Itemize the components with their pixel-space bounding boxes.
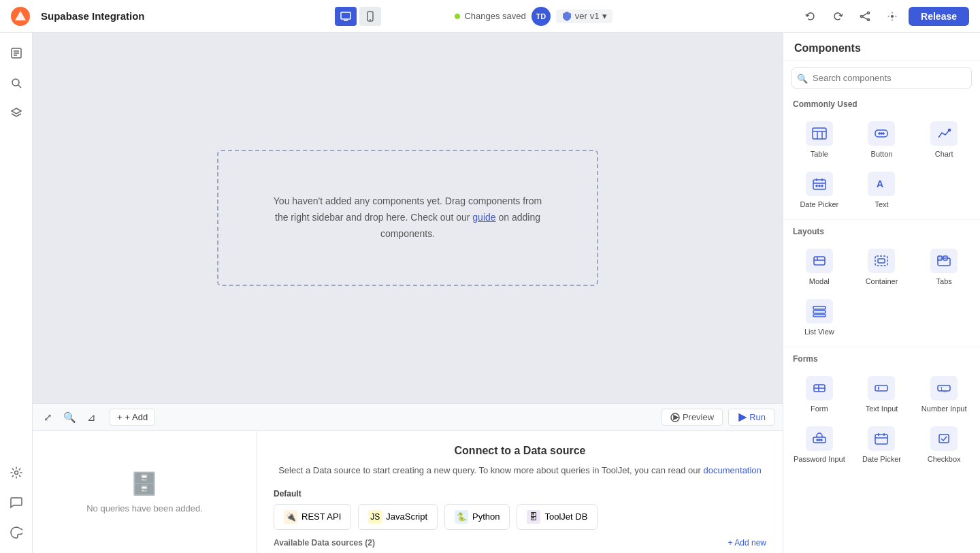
add-query-button[interactable]: + + Add xyxy=(110,409,155,426)
version-icon xyxy=(561,11,572,22)
search-icon[interactable]: 🔍 xyxy=(61,409,79,426)
sidebar-item-settings[interactable] xyxy=(4,460,29,485)
table-icon xyxy=(806,121,833,146)
component-button[interactable]: Button xyxy=(851,114,913,163)
svg-point-16 xyxy=(12,79,19,86)
section-commonly-used: Commonly Used xyxy=(783,95,980,112)
preview-button[interactable]: Preview xyxy=(662,409,723,426)
components-panel: Components 🔍 Commonly Used Table Button xyxy=(783,33,980,553)
component-textinput[interactable]: Text Input xyxy=(851,369,913,418)
text-icon: A xyxy=(868,172,895,196)
component-modal[interactable]: Modal xyxy=(789,242,850,291)
sidebar-item-chat[interactable] xyxy=(4,490,29,515)
component-table[interactable]: Table xyxy=(789,114,850,163)
main-layout: You haven't added any components yet. Dr… xyxy=(0,33,980,553)
source-python[interactable]: 🐍 Python xyxy=(444,504,510,530)
source-tooljet-db[interactable]: 🗄 ToolJet DB xyxy=(517,504,598,530)
app-settings-button[interactable] xyxy=(881,5,903,27)
component-datepicker-form[interactable]: Date Picker xyxy=(851,420,913,469)
layouts-grid: Modal Container Tabs List View xyxy=(783,239,980,344)
svg-rect-49 xyxy=(813,315,826,317)
mobile-view-btn[interactable] xyxy=(359,7,381,26)
avatar: TD xyxy=(532,7,551,26)
header: Supabase Integration Changes saved TD ve… xyxy=(0,0,980,33)
javascript-icon: JS xyxy=(368,510,382,524)
component-chart[interactable]: Chart xyxy=(913,114,975,163)
svg-point-8 xyxy=(861,15,863,17)
search-components-input[interactable] xyxy=(791,67,972,89)
desktop-view-btn[interactable] xyxy=(335,7,357,26)
svg-rect-62 xyxy=(875,434,887,444)
header-right: Release xyxy=(686,5,969,27)
component-numberinput[interactable]: 1_ Number Input xyxy=(913,369,975,418)
svg-point-60 xyxy=(819,439,820,441)
bottom-panel: ⤢ 🔍 ⊿ + + Add Preview Run xyxy=(33,403,783,553)
component-listview[interactable]: List View xyxy=(789,292,850,341)
svg-point-37 xyxy=(821,185,823,187)
canvas-area: You haven't added any components yet. Dr… xyxy=(33,33,783,553)
sidebar-item-data[interactable] xyxy=(4,101,29,125)
bottom-content: 🗄️ No queries have been added. Connect t… xyxy=(33,431,783,553)
version-badge[interactable]: ver v1 ▾ xyxy=(556,10,612,23)
divider-2 xyxy=(783,347,980,347)
svg-point-28 xyxy=(881,133,882,134)
expand-icon[interactable]: ⤢ xyxy=(41,409,55,426)
filter-icon[interactable]: ⊿ xyxy=(84,409,99,426)
component-tabs[interactable]: Tabs xyxy=(913,242,975,291)
component-form[interactable]: Form xyxy=(789,369,850,418)
svg-point-18 xyxy=(14,471,18,475)
canvas-viewport[interactable]: You haven't added any components yet. Dr… xyxy=(33,33,783,403)
svg-marker-20 xyxy=(674,415,678,420)
svg-rect-22 xyxy=(813,128,826,139)
component-passwordinput[interactable]: Password Input xyxy=(789,420,850,469)
chevron-down-icon: ▾ xyxy=(602,11,607,21)
view-toggle xyxy=(335,7,381,26)
guide-link[interactable]: guide xyxy=(472,212,495,223)
component-checkbox[interactable]: Checkbox xyxy=(913,420,975,469)
share-button[interactable] xyxy=(854,5,876,27)
section-forms: Forms xyxy=(783,350,980,366)
listview-icon xyxy=(806,299,833,323)
component-datepicker[interactable]: Date Picker xyxy=(789,165,850,214)
available-sources-label: Available Data sources (2) xyxy=(274,538,375,548)
page-title: Supabase Integration xyxy=(41,10,324,22)
sidebar-item-inspect[interactable] xyxy=(4,71,29,95)
drop-zone[interactable]: You haven't added any components yet. Dr… xyxy=(217,150,598,286)
app-logo xyxy=(11,7,30,26)
header-center: Changes saved TD ver v1 ▾ xyxy=(392,7,675,26)
svg-rect-48 xyxy=(813,311,826,313)
modal-icon xyxy=(806,249,833,273)
svg-rect-42 xyxy=(875,256,887,266)
svg-line-9 xyxy=(863,16,868,19)
sidebar-item-theme[interactable] xyxy=(4,520,29,545)
svg-text:1_: 1_ xyxy=(940,385,947,392)
svg-point-30 xyxy=(949,129,951,131)
form-icon xyxy=(806,376,833,400)
undo-button[interactable] xyxy=(800,5,821,27)
drop-zone-content: You haven't added any components yet. Dr… xyxy=(272,193,544,242)
svg-rect-39 xyxy=(814,257,825,265)
run-button[interactable]: Run xyxy=(728,409,774,426)
svg-point-11 xyxy=(891,15,894,18)
components-panel-title: Components xyxy=(783,33,980,61)
component-container[interactable]: Container xyxy=(851,242,913,291)
source-rest-api[interactable]: 🔌 REST API xyxy=(274,504,351,530)
preview-icon xyxy=(670,413,680,422)
search-icon: 🔍 xyxy=(797,73,808,83)
svg-point-7 xyxy=(868,18,870,20)
database-icon: 🗄️ xyxy=(131,471,158,496)
svg-point-27 xyxy=(879,133,880,134)
svg-point-61 xyxy=(821,439,822,441)
plus-icon: + xyxy=(117,412,122,422)
svg-rect-53 xyxy=(875,385,887,391)
sidebar-item-pages[interactable] xyxy=(4,41,29,65)
add-new-link[interactable]: + Add new xyxy=(728,538,766,548)
redo-button[interactable] xyxy=(827,5,849,27)
svg-rect-45 xyxy=(938,256,942,260)
release-button[interactable]: Release xyxy=(909,7,969,26)
component-text[interactable]: A Text xyxy=(851,165,913,214)
sidebar-bottom xyxy=(4,460,29,545)
datepicker-form-icon xyxy=(868,426,895,451)
documentation-link[interactable]: documentation xyxy=(704,465,762,475)
source-javascript[interactable]: JS JavaScript xyxy=(358,504,438,530)
